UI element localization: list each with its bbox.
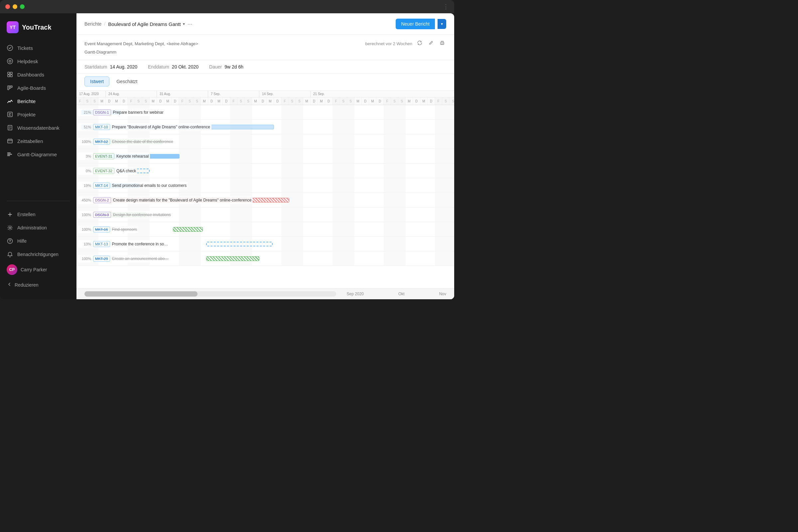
- minimize-button[interactable]: [13, 4, 17, 9]
- svg-rect-6: [10, 75, 12, 77]
- task-id[interactable]: MKT-12: [93, 139, 110, 145]
- task-label-area: 0%EVENT-32Q&A check: [78, 167, 137, 174]
- task-id[interactable]: MKT-29: [93, 256, 110, 262]
- sidebar-item-label: Helpdesk: [17, 58, 38, 64]
- task-id[interactable]: MKT-16: [93, 226, 110, 232]
- gantt-bar[interactable]: [206, 242, 273, 246]
- day-cell: D: [172, 97, 179, 105]
- logo-icon: YT: [7, 21, 19, 33]
- day-cell: D: [259, 97, 267, 105]
- sidebar-item-tickets[interactable]: Tickets: [0, 41, 76, 55]
- day-cell: F: [384, 97, 391, 105]
- task-label-area: 100%DSGN-3Design for conference invitati…: [78, 211, 172, 218]
- window-chrome: ⋮: [0, 0, 454, 13]
- duration-value: 9w 2d 6h: [225, 64, 243, 70]
- sidebar-item-zeittabellen[interactable]: Zeittabellen: [0, 134, 76, 148]
- task-id[interactable]: MKT-10: [93, 124, 110, 130]
- sidebar-item-wissensdatenbank[interactable]: Wissensdatenbank: [0, 121, 76, 134]
- task-label-area: 13%MKT-13Promote the conference in so…: [78, 241, 169, 248]
- task-id[interactable]: EVENT-31: [93, 153, 114, 159]
- logo-text: YouTrack: [22, 24, 52, 31]
- task-name: Q&A check: [116, 169, 136, 173]
- report-type: Gantt-Diagramm: [84, 50, 446, 55]
- new-report-button[interactable]: Neuer Bericht: [396, 19, 435, 29]
- breadcrumb-root[interactable]: Berichte: [84, 21, 101, 26]
- sidebar-item-dashboards[interactable]: Dashboards: [0, 68, 76, 81]
- more-options-icon[interactable]: ···: [188, 21, 192, 27]
- task-id[interactable]: MKT-13: [93, 241, 110, 247]
- week-label-5: 14 Sep.: [259, 91, 310, 97]
- traffic-lights: [5, 4, 25, 9]
- istwert-toggle[interactable]: Istwert: [84, 76, 109, 87]
- reduce-icon: [7, 282, 12, 288]
- refresh-icon[interactable]: [416, 39, 424, 48]
- svg-point-2: [9, 60, 11, 62]
- sidebar-item-label: Erstellen: [17, 212, 35, 217]
- gantt-scroll-thumb[interactable]: [84, 291, 197, 297]
- day-cell: S: [340, 97, 347, 105]
- new-report-dropdown-button[interactable]: ▾: [438, 19, 446, 29]
- bell-icon: [7, 251, 13, 258]
- gantt-row: 0%EVENT-32Q&A check: [76, 164, 454, 178]
- gantt-row: 100%MKT-29Create an announcement abo…: [76, 251, 454, 266]
- gantt-row: 21%DSGN-1Prepare banners for webinar: [76, 105, 454, 120]
- task-id[interactable]: DSGN-3: [93, 212, 111, 218]
- day-cell: D: [325, 97, 332, 105]
- sidebar-item-hilfe[interactable]: Hilfe: [0, 234, 76, 248]
- svg-rect-8: [9, 86, 11, 89]
- reduce-label: Reduzieren: [15, 282, 39, 288]
- svg-point-17: [443, 43, 444, 43]
- task-id[interactable]: DSGN-1: [93, 109, 111, 115]
- gantt-days-header: (function() { const days = ['F','S','S',…: [76, 97, 454, 105]
- edit-icon[interactable]: [427, 39, 435, 48]
- gantt-bar[interactable]: [206, 256, 259, 261]
- sidebar-item-gantt[interactable]: Gantt-Diagramme: [0, 148, 76, 161]
- task-id[interactable]: DSGN-2: [93, 197, 111, 203]
- day-cell: D: [376, 97, 384, 105]
- day-cell: M: [267, 97, 274, 105]
- breadcrumb: Berichte / Boulevard of Agile Dreams Gan…: [84, 21, 192, 27]
- gantt-bar[interactable]: [173, 227, 203, 232]
- print-icon[interactable]: [438, 39, 446, 48]
- day-cell: D: [310, 97, 318, 105]
- task-id[interactable]: MKT-14: [93, 183, 110, 189]
- sidebar-logo[interactable]: YT YouTrack: [0, 19, 76, 41]
- day-cell: D: [157, 97, 164, 105]
- sidebar-item-erstellen[interactable]: Erstellen: [0, 208, 76, 221]
- maximize-button[interactable]: [20, 4, 25, 9]
- page-header: Berichte / Boulevard of Agile Dreams Gan…: [76, 13, 454, 35]
- start-date-label: Startdatum: [84, 64, 107, 70]
- task-label-area: 3%EVENT-31Keynote rehearsal: [78, 153, 150, 160]
- sidebar-bottom: Erstellen Administration Hilfe Benachric…: [0, 205, 76, 294]
- task-id[interactable]: EVENT-32: [93, 168, 114, 174]
- user-name: Carry Parker: [21, 267, 47, 272]
- gantt-body: 21%DSGN-1Prepare banners for webinar51%M…: [76, 105, 454, 288]
- day-cell: M: [201, 97, 208, 105]
- no-query-link[interactable]: <keine Abfrage>: [167, 41, 198, 46]
- gantt-scroll-track[interactable]: [84, 291, 336, 297]
- chevron-down-icon[interactable]: ▾: [183, 22, 185, 26]
- gantt-container: 17 Aug. 2020 24 Aug. 31 Aug. 7 Sep. 14 S…: [76, 91, 454, 299]
- day-cell: D: [428, 97, 435, 105]
- geschaetzt-toggle[interactable]: Geschätzt: [111, 76, 143, 87]
- sidebar-item-projekte[interactable]: Projekte: [0, 108, 76, 121]
- reduce-button[interactable]: Reduzieren: [0, 278, 76, 291]
- day-cell: S: [347, 97, 355, 105]
- sidebar-item-administration[interactable]: Administration: [0, 221, 76, 234]
- sidebar-item-helpdesk[interactable]: Helpdesk: [0, 55, 76, 68]
- end-date-field: Enddatum 20 Okt. 2020: [148, 64, 198, 70]
- svg-rect-3: [8, 72, 10, 74]
- window-menu-icon[interactable]: ⋮: [443, 3, 449, 10]
- sidebar-item-label: Projekte: [17, 112, 36, 117]
- sidebar-item-benachrichtigungen[interactable]: Benachrichtigungen: [0, 248, 76, 261]
- day-cell: M: [355, 97, 362, 105]
- user-profile[interactable]: CP Carry Parker: [0, 261, 76, 278]
- day-cell: D: [223, 97, 230, 105]
- close-button[interactable]: [5, 4, 10, 9]
- gantt-row: 51%MKT-10Prepare "Boulevard of Agile Dre…: [76, 120, 454, 134]
- day-cell: D: [274, 97, 281, 105]
- day-cell: S: [91, 97, 98, 105]
- sidebar-item-agile-boards[interactable]: Agile-Boards: [0, 81, 76, 94]
- sidebar-item-berichte[interactable]: Berichte: [0, 94, 76, 108]
- svg-point-1: [7, 58, 13, 64]
